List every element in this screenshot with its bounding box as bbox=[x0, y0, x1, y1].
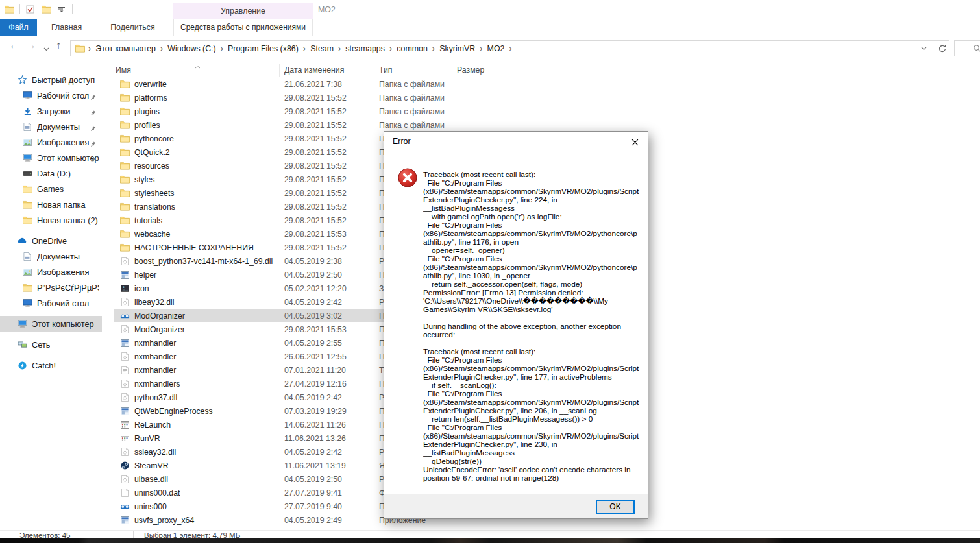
file-name-cell: webcache bbox=[119, 227, 170, 241]
cloud-icon bbox=[17, 235, 27, 246]
file-date: 29.08.2021 15:52 bbox=[284, 134, 347, 143]
column-separator[interactable] bbox=[279, 64, 280, 77]
breadcrumb-chevron-icon[interactable]: › bbox=[217, 43, 227, 53]
breadcrumb-chevron-icon[interactable]: › bbox=[300, 43, 309, 53]
file-type-label: Папка с файлами bbox=[379, 107, 445, 116]
file-name-cell: helper bbox=[119, 268, 156, 282]
table-row[interactable]: platforms29.08.2021 15:52Папка с файлами bbox=[114, 91, 506, 104]
quick-access-toolbar bbox=[4, 4, 73, 14]
file-name-cell: boost_python37-vc141-mt-x64-1_69.dll bbox=[119, 254, 273, 268]
address-bar[interactable]: ›Этот компьютер›Windows (C:)›Program Fil… bbox=[70, 40, 949, 56]
breadcrumb-segment[interactable]: common bbox=[395, 44, 429, 53]
history-chevron-icon[interactable] bbox=[41, 44, 51, 54]
file-type-icon bbox=[119, 311, 130, 321]
sidebar-item-onedrive[interactable]: OneDrive bbox=[0, 233, 102, 248]
sidebar-item-games[interactable]: Games bbox=[0, 181, 102, 197]
table-row[interactable]: overwrite21.06.2021 7:38Папка с файлами bbox=[114, 77, 506, 91]
contextual-tab-header: Управление bbox=[173, 3, 313, 19]
folder-icon[interactable] bbox=[4, 4, 14, 14]
ok-button[interactable]: OK bbox=[596, 500, 635, 514]
close-icon[interactable] bbox=[624, 134, 645, 150]
tab-поделиться[interactable]: Поделиться bbox=[96, 19, 169, 36]
computer-icon bbox=[17, 319, 27, 329]
refresh-icon[interactable] bbox=[937, 43, 948, 54]
breadcrumb-segment[interactable]: Program Files (x86) bbox=[227, 44, 300, 53]
breadcrumb-segment[interactable]: MO2 bbox=[486, 44, 506, 53]
file-type-icon bbox=[119, 352, 130, 362]
sidebar-item-сеть[interactable]: Сеть bbox=[0, 337, 102, 352]
file-type-label: Папка с файлами bbox=[379, 121, 445, 130]
customize-toolbar-icon[interactable] bbox=[56, 4, 67, 14]
sidebar-item-рабочий-стол[interactable]: Рабочий стол bbox=[0, 88, 102, 103]
breadcrumb-chevron-icon[interactable]: › bbox=[85, 43, 94, 53]
file-type-icon bbox=[119, 134, 130, 144]
tab-app-tools[interactable]: Средства работы с приложениями bbox=[173, 19, 313, 36]
new-folder-icon[interactable] bbox=[41, 4, 51, 14]
sidebar-item-этот-компьютер[interactable]: Этот компьютер bbox=[0, 316, 102, 332]
window-title: MO2 bbox=[318, 5, 336, 14]
sidebar-item-документы[interactable]: Документы bbox=[0, 119, 102, 134]
file-name: translations bbox=[134, 202, 175, 211]
up-icon[interactable]: ↑ bbox=[56, 40, 61, 51]
breadcrumb-chevron-icon[interactable]: › bbox=[429, 43, 438, 53]
column-separator[interactable] bbox=[374, 64, 374, 77]
properties-check-icon[interactable] bbox=[25, 4, 36, 14]
divider bbox=[933, 42, 933, 55]
file-type-icon bbox=[119, 324, 130, 335]
search-box[interactable] bbox=[954, 40, 980, 56]
sidebar-item-data-d-[interactable]: Data (D:) bbox=[0, 165, 102, 181]
sidebar-item-изображения[interactable]: Изображения bbox=[0, 264, 102, 280]
sidebar-item-документы[interactable]: Документы bbox=[0, 248, 102, 264]
column-type[interactable]: Тип bbox=[379, 66, 393, 75]
sidebar-item-изображения[interactable]: Изображения bbox=[0, 134, 102, 150]
address-dropdown-icon[interactable] bbox=[918, 43, 929, 54]
sidebar-item-label: Новая папка bbox=[37, 200, 86, 210]
sidebar-item-р-р-р-с-р-р-р-с-с[interactable]: Р"РѕРєСѓРјРµРЅС‚С bbox=[0, 280, 102, 295]
file-name-cell: ModOrganizer bbox=[119, 309, 185, 322]
file-date: 21.06.2021 7:38 bbox=[284, 80, 342, 89]
file-name-cell: QtWebEngineProcess bbox=[119, 404, 213, 418]
file-type-icon bbox=[119, 501, 130, 512]
file-date: 29.08.2021 15:53 bbox=[284, 230, 347, 239]
tab-file[interactable]: Файл bbox=[0, 19, 37, 36]
file-name-cell: resources bbox=[119, 159, 169, 173]
breadcrumb-chevron-icon[interactable]: › bbox=[335, 43, 344, 53]
breadcrumb-chevron-icon[interactable]: › bbox=[386, 43, 395, 53]
table-row[interactable]: plugins29.08.2021 15:52Папка с файлами bbox=[114, 104, 506, 118]
sidebar-item-catch-[interactable]: Catch! bbox=[0, 357, 102, 373]
file-name-cell: tutorials bbox=[119, 213, 162, 227]
error-message-line: During handling of the above exception, … bbox=[423, 322, 643, 331]
breadcrumb: ›Этот компьютер›Windows (C:)›Program Fil… bbox=[85, 43, 515, 53]
breadcrumb-segment[interactable]: steamapps bbox=[344, 44, 386, 53]
breadcrumb-segment[interactable]: Этот компьютер bbox=[94, 44, 157, 53]
forward-icon[interactable]: → bbox=[26, 40, 36, 51]
column-size[interactable]: Размер bbox=[457, 66, 484, 75]
table-row[interactable]: profiles29.08.2021 15:52Папка с файлами bbox=[114, 118, 506, 132]
file-name: nxmhandler bbox=[134, 366, 176, 375]
sidebar-item-этот-компьютер[interactable]: Этот компьютер bbox=[0, 150, 102, 165]
breadcrumb-chevron-icon[interactable]: › bbox=[476, 43, 485, 53]
sidebar-item-загрузки[interactable]: Загрузки bbox=[0, 103, 102, 119]
back-icon[interactable]: ← bbox=[9, 40, 19, 51]
column-name[interactable]: Имя bbox=[116, 66, 131, 75]
breadcrumb-segment[interactable]: Steam bbox=[309, 44, 335, 53]
breadcrumb-chevron-icon[interactable]: › bbox=[157, 43, 166, 53]
column-separator[interactable] bbox=[452, 64, 452, 77]
tab-главная[interactable]: Главная bbox=[37, 19, 96, 36]
breadcrumb-chevron-icon[interactable]: › bbox=[506, 43, 515, 53]
sidebar-item-label: Документы bbox=[37, 252, 80, 261]
sidebar-item-label: Этот компьютер bbox=[32, 319, 94, 329]
breadcrumb-segment[interactable]: SkyrimVR bbox=[438, 44, 476, 53]
sidebar-item-рабочий-стол[interactable]: Рабочий стол bbox=[0, 295, 102, 311]
column-separator[interactable] bbox=[504, 64, 504, 77]
sidebar-item-новая-папка-2-[interactable]: Новая папка (2) bbox=[0, 212, 102, 228]
download-icon bbox=[22, 106, 32, 116]
file-type-icon bbox=[119, 270, 130, 280]
file-date: 29.08.2021 15:52 bbox=[284, 93, 347, 103]
file-date: 04.05.2019 2:49 bbox=[284, 516, 342, 525]
folder-icon bbox=[75, 43, 85, 54]
column-date[interactable]: Дата изменения bbox=[284, 66, 344, 75]
breadcrumb-segment[interactable]: Windows (C:) bbox=[166, 44, 217, 53]
file-type-icon bbox=[119, 420, 130, 430]
sidebar-item-новая-папка[interactable]: Новая папка bbox=[0, 197, 102, 212]
